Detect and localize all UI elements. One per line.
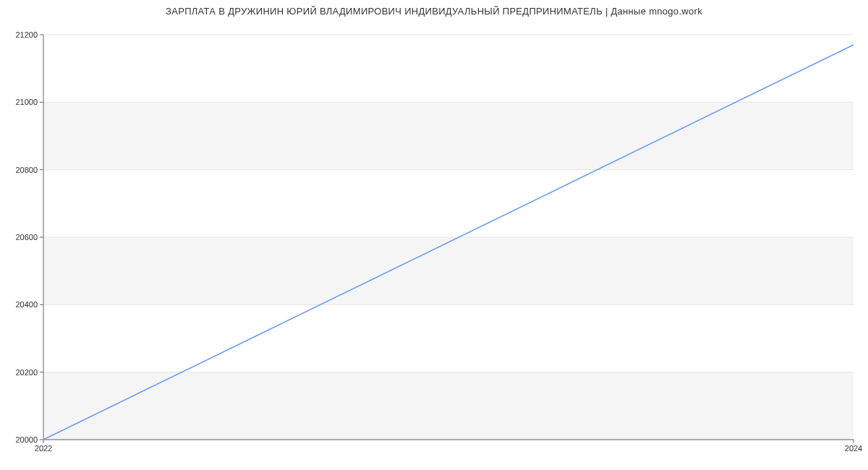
y-tick-label: 21200 [1,30,38,39]
chart-svg [0,0,868,470]
x-tick-label: 2022 [35,444,52,453]
grid-band [43,304,854,372]
chart-container: ЗАРПЛАТА В ДРУЖИНИН ЮРИЙ ВЛАДИМИРОВИЧ ИН… [0,0,868,470]
y-tick-label: 20000 [1,435,38,444]
grid-band [43,35,854,102]
y-tick-label: 20800 [1,166,38,174]
y-tick-label: 20600 [1,233,38,242]
grid-band [43,237,854,304]
grid-band [43,102,854,169]
x-tick-label: 2024 [845,444,862,453]
y-tick-label: 20200 [1,368,38,377]
grid-band [43,372,854,440]
grid-band [43,170,854,237]
y-tick-label: 21000 [1,98,38,106]
y-tick-label: 20400 [1,300,38,309]
